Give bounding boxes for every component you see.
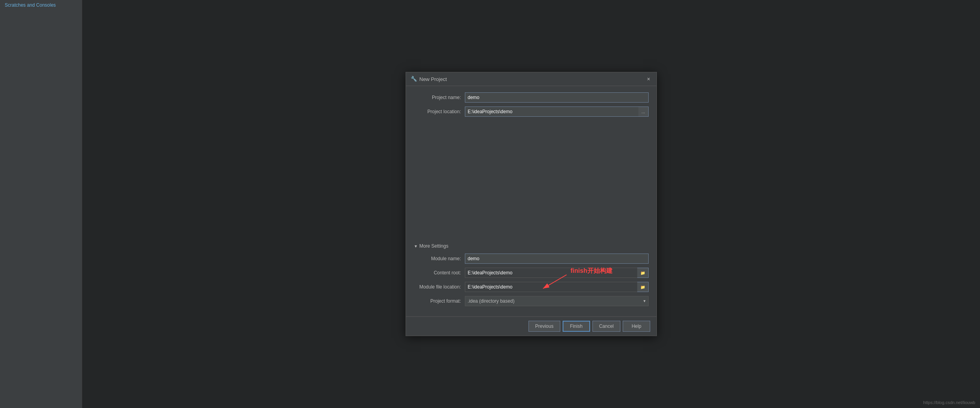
- project-format-label: Project format:: [414, 298, 465, 304]
- previous-button[interactable]: Previous: [528, 321, 560, 332]
- module-file-browse-button[interactable]: 📁: [637, 282, 649, 292]
- project-format-select[interactable]: .idea (directory based): [465, 296, 649, 306]
- close-button[interactable]: ×: [645, 75, 652, 83]
- project-location-row: Project location: ...: [414, 107, 649, 117]
- module-name-input[interactable]: [465, 254, 649, 264]
- annotation-arrow-svg: [531, 271, 578, 294]
- new-project-dialog: 🔧 New Project × Project name: Project lo…: [406, 72, 657, 336]
- content-root-label: Content root:: [414, 270, 465, 276]
- project-name-row: Project name:: [414, 92, 649, 103]
- project-format-row: Project format: .idea (directory based) …: [414, 296, 649, 306]
- finish-button[interactable]: Finish: [563, 321, 590, 332]
- browse-button[interactable]: ...: [638, 107, 649, 117]
- module-name-label: Module name:: [414, 256, 465, 261]
- project-format-select-wrapper: .idea (directory based) ▼: [465, 296, 649, 306]
- dialog-footer: Previous Finish Cancel Help: [406, 316, 656, 336]
- sidebar: Scratches and Consoles: [0, 0, 82, 408]
- dialog-title-left: 🔧 New Project: [411, 76, 447, 82]
- module-file-location-label: Module file location:: [414, 284, 465, 290]
- module-name-row: Module name:: [414, 254, 649, 264]
- sidebar-item-label: Scratches and Consoles: [5, 2, 56, 8]
- more-settings-label: More Settings: [419, 243, 448, 249]
- help-button[interactable]: Help: [623, 321, 650, 332]
- project-name-input[interactable]: [465, 92, 649, 103]
- project-location-input-group: ...: [465, 107, 649, 117]
- dialog-icon: 🔧: [411, 76, 417, 82]
- toggle-arrow-icon: ▼: [414, 244, 418, 248]
- watermark: https://blog.csdn.net/liouwb: [923, 400, 975, 405]
- cancel-button[interactable]: Cancel: [592, 321, 620, 332]
- main-area: 🔧 New Project × Project name: Project lo…: [82, 0, 980, 408]
- dialog-title-text: New Project: [419, 76, 447, 82]
- dialog-backdrop: 🔧 New Project × Project name: Project lo…: [82, 0, 980, 408]
- project-location-input[interactable]: [465, 107, 638, 117]
- svg-line-1: [543, 275, 567, 289]
- more-settings-toggle[interactable]: ▼ More Settings: [414, 242, 649, 250]
- content-root-browse-button[interactable]: 📁: [637, 268, 649, 278]
- empty-space: [414, 121, 649, 239]
- project-name-label: Project name:: [414, 95, 465, 100]
- sidebar-item-scratches[interactable]: Scratches and Consoles: [0, 0, 82, 10]
- project-location-label: Project location:: [414, 109, 465, 114]
- dialog-titlebar: 🔧 New Project ×: [406, 72, 656, 86]
